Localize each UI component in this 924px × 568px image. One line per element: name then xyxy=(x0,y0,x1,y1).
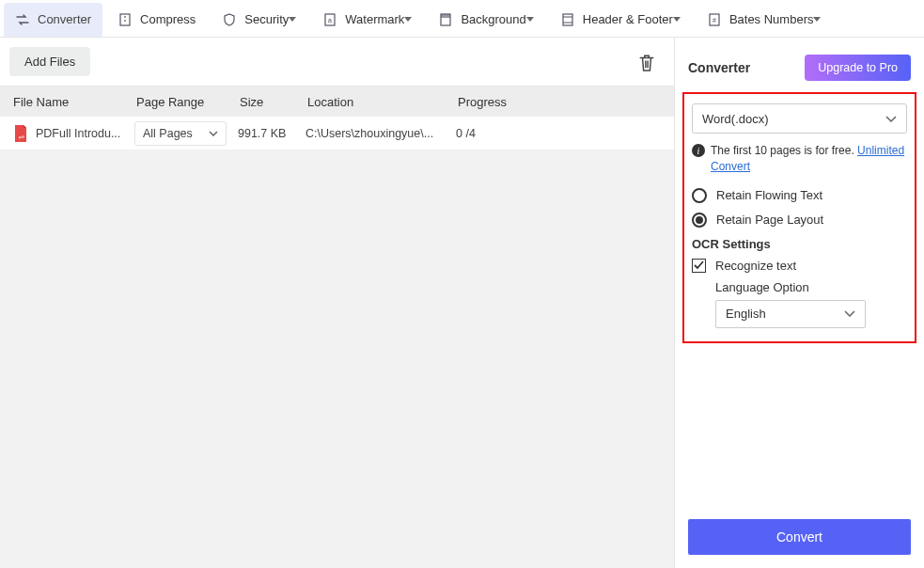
convert-button[interactable]: Convert xyxy=(688,519,911,555)
page-range-select[interactable]: All Pages xyxy=(134,121,227,146)
header-footer-icon xyxy=(560,12,575,27)
trash-icon[interactable] xyxy=(638,54,655,71)
language-value: English xyxy=(726,307,844,321)
chevron-down-icon xyxy=(813,17,821,22)
bates-icon: # xyxy=(707,12,722,27)
highlighted-settings: Word(.docx) i The first 10 pages is for … xyxy=(682,92,916,343)
settings-header: Converter Upgrade to Pro xyxy=(688,55,911,81)
tab-background[interactable]: Background xyxy=(427,3,544,37)
svg-text:i: i xyxy=(697,146,700,156)
chevron-down-icon xyxy=(885,116,897,122)
panel-title: Converter xyxy=(688,60,805,75)
chevron-down-icon xyxy=(404,17,412,22)
chevron-down-icon xyxy=(526,17,534,22)
free-pages-note: i The first 10 pages is for free. Unlimi… xyxy=(692,143,907,175)
radio-label: Retain Page Layout xyxy=(716,213,823,227)
col-location: Location xyxy=(307,95,458,109)
chevron-down-icon xyxy=(673,17,681,22)
tab-label: Background xyxy=(461,12,525,26)
tab-watermark[interactable]: a Watermark xyxy=(311,3,423,37)
settings-panel: Converter Upgrade to Pro Word(.docx) i T… xyxy=(675,38,924,568)
svg-text:a: a xyxy=(328,17,332,24)
chevron-down-icon xyxy=(844,310,855,317)
tab-label: Watermark xyxy=(345,12,404,26)
info-icon: i xyxy=(692,144,705,157)
language-option-label: Language Option xyxy=(715,280,907,294)
file-size: 991.7 KB xyxy=(238,127,305,140)
note-text: The first 10 pages is for free. Unlimite… xyxy=(711,143,907,175)
ocr-settings-title: OCR Settings xyxy=(692,237,907,251)
retain-page-layout-radio[interactable]: Retain Page Layout xyxy=(692,213,907,228)
watermark-icon: a xyxy=(322,12,337,27)
retain-flowing-text-radio[interactable]: Retain Flowing Text xyxy=(692,188,907,203)
converter-icon xyxy=(15,12,30,27)
add-files-button[interactable]: Add Files xyxy=(9,47,90,76)
main-content: Add Files File Name Page Range Size Loca… xyxy=(0,38,924,568)
file-name: PDFull Introdu... xyxy=(36,127,134,140)
chevron-down-icon xyxy=(209,131,218,136)
language-select[interactable]: English xyxy=(715,300,866,328)
page-range-value: All Pages xyxy=(143,127,209,140)
format-value: Word(.docx) xyxy=(702,112,885,126)
radio-label: Retain Flowing Text xyxy=(716,188,822,202)
col-progress: Progress xyxy=(458,95,674,109)
tab-bates-numbers[interactable]: # Bates Numbers xyxy=(696,3,833,37)
tab-label: Header & Footer xyxy=(583,12,673,26)
radio-checked-icon xyxy=(692,213,707,228)
column-headers: File Name Page Range Size Location Progr… xyxy=(0,87,674,117)
tab-header-footer[interactable]: Header & Footer xyxy=(549,3,692,37)
svg-text:pdf: pdf xyxy=(19,134,24,139)
tab-security[interactable]: Security xyxy=(211,3,307,37)
file-location: C:\Users\zhouxingyue\... xyxy=(305,127,456,140)
svg-rect-4 xyxy=(441,14,450,18)
compress-icon xyxy=(117,12,133,27)
tab-converter[interactable]: Converter xyxy=(4,3,102,37)
upgrade-button[interactable]: Upgrade to Pro xyxy=(805,55,911,81)
table-row[interactable]: pdf PDFull Introdu... All Pages 991.7 KB… xyxy=(0,117,674,150)
col-filename: File Name xyxy=(0,95,136,109)
tab-label: Bates Numbers xyxy=(729,12,814,26)
tab-label: Security xyxy=(244,12,289,26)
col-pagerange: Page Range xyxy=(136,95,240,109)
chevron-down-icon xyxy=(289,17,296,22)
file-panel: Add Files File Name Page Range Size Loca… xyxy=(0,38,675,568)
background-icon xyxy=(438,12,453,27)
svg-rect-5 xyxy=(563,14,572,25)
top-toolbar: Converter Compress Security a Watermark … xyxy=(0,0,924,38)
shield-icon xyxy=(222,12,237,27)
radio-unchecked-icon xyxy=(692,188,707,203)
output-format-select[interactable]: Word(.docx) xyxy=(692,103,907,134)
col-size: Size xyxy=(240,95,307,109)
recognize-text-checkbox[interactable]: Recognize text xyxy=(692,259,907,273)
file-panel-header: Add Files xyxy=(0,38,674,87)
checkbox-checked-icon xyxy=(692,259,706,273)
tab-label: Compress xyxy=(140,12,196,26)
pdf-file-icon: pdf xyxy=(13,125,28,142)
tab-compress[interactable]: Compress xyxy=(106,3,207,37)
tab-label: Converter xyxy=(38,12,91,26)
file-progress: 0 /4 xyxy=(456,127,674,140)
checkbox-label: Recognize text xyxy=(715,259,796,273)
svg-text:#: # xyxy=(713,17,716,24)
